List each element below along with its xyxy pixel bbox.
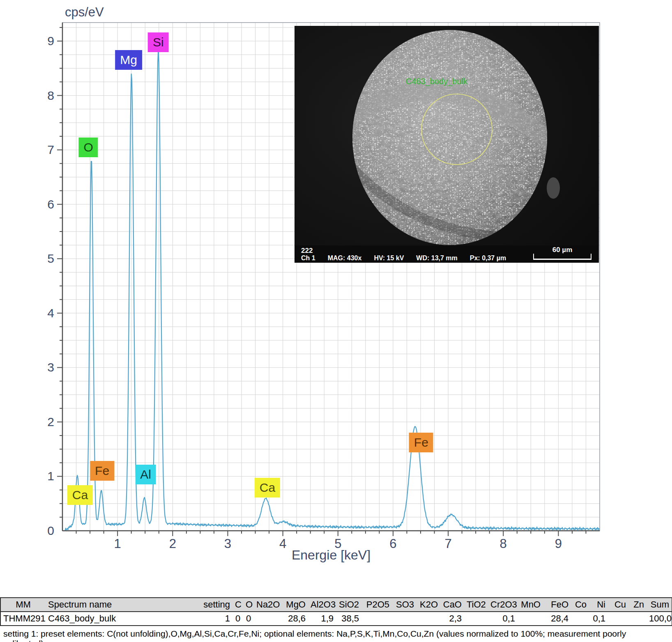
table-cell xyxy=(254,612,282,626)
table-cell: 2,3 xyxy=(440,612,464,626)
column-header-p2o5: P2O5 xyxy=(361,598,392,612)
column-header-al2o3: Al2O3 xyxy=(308,598,336,612)
table-cell xyxy=(361,612,392,626)
table-row: THMM291C463_body_bulk10028,61,938,52,30,… xyxy=(0,612,672,626)
table-cell xyxy=(392,612,417,626)
sem-image-inset: C463_body_bulk 222 Ch 1 MAG: 430x HV: 15… xyxy=(295,26,599,263)
svg-text:5: 5 xyxy=(47,252,54,265)
table-cell: 28,6 xyxy=(282,612,308,626)
scale-bar-line xyxy=(533,254,591,260)
column-header-feo: FeO xyxy=(543,598,571,612)
table-cell xyxy=(518,612,543,626)
results-table-body: THMM291C463_body_bulk10028,61,938,52,30,… xyxy=(0,612,672,626)
table-cell xyxy=(417,612,440,626)
table-cell: THMM291 xyxy=(0,612,46,626)
table-cell: C463_body_bulk xyxy=(46,612,185,626)
sem-working-distance: WD: 13,7 mm xyxy=(416,255,457,262)
table-cell xyxy=(464,612,488,626)
table-cell: 0,1 xyxy=(488,612,518,626)
element-label-ca: Ca xyxy=(255,478,280,498)
svg-text:7: 7 xyxy=(47,143,54,156)
svg-text:2: 2 xyxy=(47,415,54,429)
table-cell: 28,4 xyxy=(543,612,571,626)
scale-bar-label: 60 µm xyxy=(532,246,593,254)
sem-frame-id: 222 xyxy=(301,247,313,255)
column-header-spectrum-name: Spectrum name xyxy=(46,598,185,612)
column-header-co: Co xyxy=(571,598,589,612)
column-header-mm: MM xyxy=(0,598,46,612)
element-label-fe: Fe xyxy=(90,461,114,481)
svg-text:8: 8 xyxy=(47,89,54,102)
sem-particle-image xyxy=(295,26,599,263)
settings-note: setting 1: preset elements: C(not unfold… xyxy=(0,626,672,642)
element-label-fe: Fe xyxy=(409,433,433,452)
element-label-ca: Ca xyxy=(67,485,93,505)
column-header-zn: Zn xyxy=(628,598,647,612)
table-cell: 0 xyxy=(243,612,254,626)
table-cell xyxy=(608,612,628,626)
column-header-sio2: SiO2 xyxy=(336,598,361,612)
sem-magnification: MAG: 430x xyxy=(328,255,362,262)
sem-info-bar: 222 Ch 1 MAG: 430x HV: 15 kV WD: 13,7 mm… xyxy=(295,245,599,263)
measurement-region-label: C463_body_bulk xyxy=(406,77,467,86)
element-label-mg: Mg xyxy=(115,50,142,70)
element-label-o: O xyxy=(78,138,98,157)
table-cell: 1 xyxy=(185,612,232,626)
column-header-cr2o3: Cr2O3 xyxy=(488,598,518,612)
results-table-header: MMSpectrum namesettingCONa2OMgOAl2O3SiO2… xyxy=(0,598,672,612)
x-axis-title: Energie [keV] xyxy=(62,548,600,563)
sem-high-voltage: HV: 15 kV xyxy=(374,255,404,262)
sem-metadata-row: Ch 1 MAG: 430x HV: 15 kV WD: 13,7 mm Px:… xyxy=(301,255,506,262)
svg-text:9: 9 xyxy=(47,34,54,48)
scale-bar: 60 µm xyxy=(532,245,593,262)
svg-text:6: 6 xyxy=(47,197,54,211)
column-header-o: O xyxy=(243,598,254,612)
results-table: MMSpectrum namesettingCONa2OMgOAl2O3SiO2… xyxy=(0,597,672,626)
table-cell: 1,9 xyxy=(308,612,336,626)
column-header-mgo: MgO xyxy=(282,598,308,612)
sem-pixel-size: Px: 0,37 µm xyxy=(470,255,506,262)
sem-particle-protrusion xyxy=(547,177,560,199)
column-header-setting: setting xyxy=(185,598,232,612)
column-header-na2o: Na2O xyxy=(254,598,282,612)
table-cell xyxy=(571,612,589,626)
column-header-ni: Ni xyxy=(589,598,608,612)
element-label-si: Si xyxy=(148,32,169,52)
svg-text:3: 3 xyxy=(47,360,54,374)
column-header-so3: SO3 xyxy=(392,598,417,612)
spectrum-chart-area: cps/eV 1234567890123456789 Energie [keV] xyxy=(0,0,672,597)
element-label-al: Al xyxy=(135,465,156,484)
svg-text:0: 0 xyxy=(47,524,54,537)
sem-channel: Ch 1 xyxy=(301,255,315,262)
column-header-cu: Cu xyxy=(608,598,628,612)
column-header-sum: Sum xyxy=(647,598,672,612)
svg-text:1: 1 xyxy=(47,469,54,483)
table-cell: 38,5 xyxy=(336,612,361,626)
table-cell xyxy=(628,612,647,626)
table-cell: 0,1 xyxy=(589,612,608,626)
column-header-cao: CaO xyxy=(440,598,464,612)
column-header-k2o: K2O xyxy=(417,598,440,612)
column-header-mno: MnO xyxy=(518,598,543,612)
column-header-tio2: TiO2 xyxy=(464,598,488,612)
column-header-c: C xyxy=(232,598,243,612)
table-cell: 100,0 xyxy=(647,612,672,626)
table-cell: 0 xyxy=(232,612,243,626)
svg-text:4: 4 xyxy=(47,306,54,320)
